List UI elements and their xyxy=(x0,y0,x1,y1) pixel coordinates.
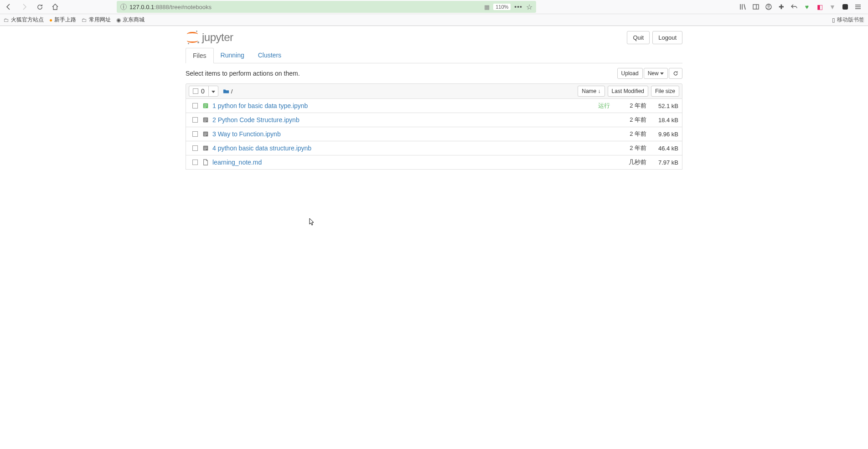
svg-rect-7 xyxy=(204,106,207,106)
forward-button[interactable] xyxy=(18,0,31,13)
select-dropdown[interactable] xyxy=(209,86,218,96)
file-modified: 2 年前 xyxy=(615,130,646,138)
menu-icon[interactable] xyxy=(854,3,862,11)
toolbar-right-icons: ✚ ♥ ◧ ▼ xyxy=(735,3,866,11)
refresh-button[interactable] xyxy=(669,68,682,79)
notebook-icon xyxy=(202,117,210,123)
bookmark-label: 常用网址 xyxy=(89,16,111,24)
library-icon[interactable] xyxy=(739,3,747,11)
more-icon[interactable]: ••• xyxy=(514,3,522,10)
svg-rect-11 xyxy=(204,120,207,120)
svg-rect-19 xyxy=(204,148,207,149)
actions-hint: Select items to perform actions on them. xyxy=(186,70,300,77)
bookmark-1[interactable]: 🗀 火狐官方站点 xyxy=(4,16,44,24)
notebook-running-icon xyxy=(202,103,210,109)
file-status: 运行 xyxy=(598,102,610,110)
folder-icon[interactable] xyxy=(223,88,229,94)
jupyter-logo-icon xyxy=(186,31,199,44)
ext2-icon[interactable]: ◧ xyxy=(816,3,824,11)
svg-rect-15 xyxy=(204,134,207,134)
ext3-icon[interactable]: ▼ xyxy=(828,3,837,11)
bookmark-4[interactable]: ◉ 京东商城 xyxy=(116,16,145,24)
back-button[interactable] xyxy=(2,0,15,13)
ext1-icon[interactable]: ✚ xyxy=(777,3,785,11)
select-all[interactable]: 0 xyxy=(189,86,209,96)
file-name-link[interactable]: 3 Way to Function.ipynb xyxy=(212,130,281,138)
new-label: New xyxy=(648,70,659,77)
qr-icon[interactable]: ▦ xyxy=(484,4,490,10)
file-name-link[interactable]: learning_note.md xyxy=(212,159,262,166)
home-button[interactable] xyxy=(49,0,62,13)
file-list: 1 python for basic data type.ipynb运行2 年前… xyxy=(186,99,682,170)
zoom-level[interactable]: 110% xyxy=(493,4,511,10)
browser-toolbar: i 127.0.0.1:8888/tree#notebooks ▦ 110% •… xyxy=(0,0,868,14)
file-name-link[interactable]: 1 python for basic data type.ipynb xyxy=(212,102,308,109)
actions-row: Select items to perform actions on them.… xyxy=(186,63,682,83)
file-size: 46.4 kB xyxy=(646,145,678,152)
file-row: learning_note.md几秒前7.97 kB xyxy=(186,155,682,170)
notebook-icon xyxy=(202,145,210,151)
bookmarks-bar: 🗀 火狐官方站点 ● 新手上路 🗀 常用网址 ◉ 京东商城 ▯ 移动版书签 xyxy=(0,14,868,26)
tab-clusters[interactable]: Clusters xyxy=(251,48,288,63)
quit-button[interactable]: Quit xyxy=(627,31,650,44)
sort-size-button[interactable]: File size xyxy=(651,86,679,97)
file-size: 52.1 kB xyxy=(646,103,678,109)
browser-chrome: i 127.0.0.1:8888/tree#notebooks ▦ 110% •… xyxy=(0,0,868,26)
jupyter-logo[interactable]: jupyter xyxy=(186,31,233,44)
sidebar-icon[interactable] xyxy=(752,3,760,11)
info-icon[interactable]: i xyxy=(120,4,127,10)
svg-rect-18 xyxy=(204,147,207,147)
tabs: Files Running Clusters xyxy=(186,48,682,63)
file-size: 9.96 kB xyxy=(646,131,678,138)
sort-modified-button[interactable]: Last Modified xyxy=(608,86,648,97)
file-modified: 2 年前 xyxy=(615,144,646,152)
bookmark-3[interactable]: 🗀 常用网址 xyxy=(82,16,111,24)
row-checkbox[interactable] xyxy=(192,160,198,165)
caret-down-icon xyxy=(660,72,664,75)
jupyter-logo-text: jupyter xyxy=(202,31,233,44)
bookmark-label: 火狐官方站点 xyxy=(11,16,44,24)
jupyter-page: jupyter Quit Logout Files Running Cluste… xyxy=(186,26,682,170)
firefox-icon: ● xyxy=(49,17,52,23)
new-button[interactable]: New xyxy=(644,68,668,79)
url-bar[interactable]: i 127.0.0.1:8888/tree#notebooks ▦ 110% •… xyxy=(117,1,536,13)
svg-point-3 xyxy=(768,5,770,7)
file-name-link[interactable]: 4 python basic data structure.ipynb xyxy=(212,145,311,152)
svg-rect-14 xyxy=(204,133,207,133)
shield-icon[interactable]: ♥ xyxy=(803,3,811,11)
select-all-checkbox[interactable] xyxy=(193,88,198,94)
url-text: 127.0.0.1:8888/tree#notebooks xyxy=(129,4,212,10)
folder-icon: 🗀 xyxy=(82,17,87,23)
svg-rect-8 xyxy=(204,107,206,108)
refresh-icon xyxy=(673,71,678,76)
url-host: 127.0.0.1 xyxy=(129,4,154,10)
row-checkbox[interactable] xyxy=(192,131,198,137)
undo-icon[interactable] xyxy=(790,3,798,11)
file-name-link[interactable]: 2 Python Code Structure.ipynb xyxy=(212,116,300,124)
account-icon[interactable] xyxy=(765,3,773,11)
breadcrumb: / xyxy=(223,88,233,95)
file-size: 7.97 kB xyxy=(646,159,678,166)
tab-running[interactable]: Running xyxy=(214,48,251,63)
sort-name-label: Name xyxy=(582,88,596,94)
row-checkbox[interactable] xyxy=(192,145,198,151)
upload-button[interactable]: Upload xyxy=(617,68,643,79)
svg-rect-0 xyxy=(753,5,759,9)
mobile-bookmarks-label: 移动版书签 xyxy=(837,16,864,24)
row-checkbox[interactable] xyxy=(192,103,198,108)
ext4-icon[interactable] xyxy=(841,3,849,11)
list-header: 0 / Name ↓ Last Modified File size xyxy=(186,83,682,99)
star-icon[interactable]: ☆ xyxy=(526,3,532,11)
breadcrumb-root[interactable]: / xyxy=(231,88,233,95)
file-modified: 几秒前 xyxy=(615,158,646,166)
file-row: 1 python for basic data type.ipynb运行2 年前… xyxy=(186,99,682,113)
mobile-bookmarks[interactable]: ▯ 移动版书签 xyxy=(832,16,864,24)
row-checkbox[interactable] xyxy=(192,117,198,123)
bookmark-label: 新手上路 xyxy=(54,16,76,24)
tab-files[interactable]: Files xyxy=(186,48,214,63)
logout-button[interactable]: Logout xyxy=(652,31,682,44)
file-modified: 2 年前 xyxy=(615,116,646,124)
reload-button[interactable] xyxy=(33,0,46,13)
sort-name-button[interactable]: Name ↓ xyxy=(578,86,604,97)
bookmark-2[interactable]: ● 新手上路 xyxy=(49,16,76,24)
